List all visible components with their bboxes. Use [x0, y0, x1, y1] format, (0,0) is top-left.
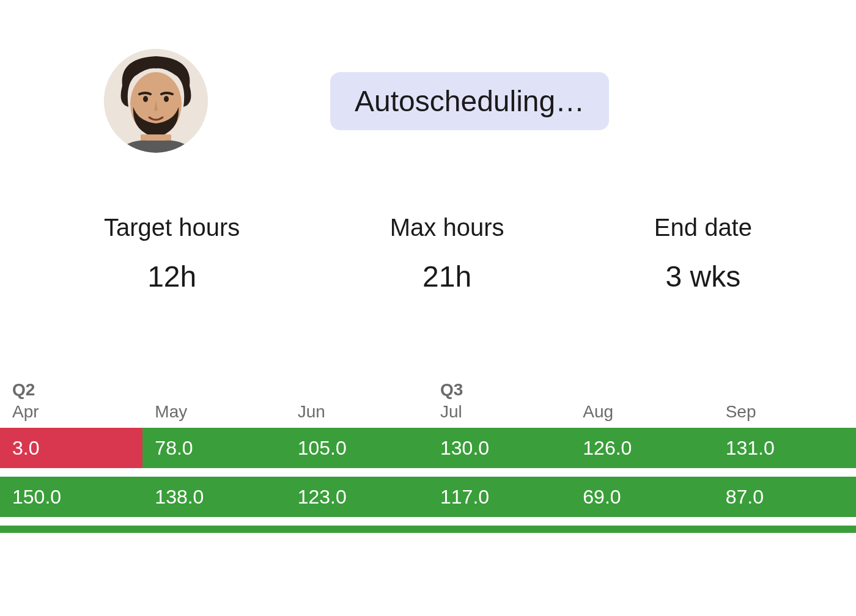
month-col: Q2 Apr: [0, 379, 142, 428]
quarter-label: Q2: [0, 379, 142, 400]
month-col: Q3 Jul: [428, 379, 570, 428]
svg-point-4: [164, 96, 169, 102]
data-cell[interactable]: 78.0: [142, 428, 285, 468]
month-label: Sep: [714, 400, 856, 428]
stat-value: 21h: [422, 260, 471, 293]
data-cell[interactable]: 123.0: [286, 477, 428, 517]
stat-label: End date: [654, 214, 752, 241]
month-label: Jul: [428, 400, 570, 428]
stat-value: 12h: [147, 260, 196, 293]
data-cell[interactable]: 131.0: [714, 428, 856, 468]
stat-target-hours: Target hours 12h: [104, 214, 240, 293]
quarter-label: [714, 379, 856, 400]
data-cell[interactable]: 126.0: [570, 428, 713, 468]
header-row: Autoscheduling…: [0, 0, 856, 153]
month-col: May: [142, 379, 285, 428]
month-col: Sep: [714, 379, 856, 428]
month-col: Jun: [286, 379, 428, 428]
month-label: Apr: [0, 400, 142, 428]
stats-row: Target hours 12h Max hours 21h End date …: [0, 153, 856, 293]
data-cell[interactable]: 3.0: [0, 428, 142, 468]
quarter-label: [570, 379, 713, 400]
data-cell[interactable]: 138.0: [142, 477, 285, 517]
quarter-label: [286, 379, 428, 400]
quarter-label: [142, 379, 285, 400]
month-label: May: [142, 400, 285, 428]
stat-label: Target hours: [104, 214, 240, 241]
quarter-label: Q3: [428, 379, 570, 400]
month-label: Jun: [286, 400, 428, 428]
data-row[interactable]: 3.0 78.0 105.0 130.0 126.0 131.0: [0, 428, 856, 468]
stat-label: Max hours: [390, 214, 504, 241]
svg-point-3: [143, 96, 148, 102]
data-cell[interactable]: 130.0: [428, 428, 570, 468]
data-cell[interactable]: 87.0: [714, 477, 856, 517]
stat-max-hours: Max hours 21h: [390, 214, 504, 293]
data-cell[interactable]: 69.0: [570, 477, 713, 517]
timeline-header: Q2 Apr May Jun Q3 Jul Aug Sep: [0, 379, 856, 428]
timeline: Q2 Apr May Jun Q3 Jul Aug Sep 3.0 78.0 1…: [0, 379, 856, 533]
avatar[interactable]: [104, 49, 208, 153]
data-cell[interactable]: 150.0: [0, 477, 142, 517]
month-label: Aug: [570, 400, 713, 428]
data-row-partial[interactable]: [0, 526, 856, 533]
data-row[interactable]: 150.0 138.0 123.0 117.0 69.0 87.0: [0, 477, 856, 517]
avatar-image: [104, 49, 208, 153]
month-col: Aug: [570, 379, 713, 428]
data-cell[interactable]: 105.0: [286, 428, 428, 468]
stat-value: 3 wks: [666, 260, 741, 293]
stat-end-date: End date 3 wks: [654, 214, 752, 293]
autoscheduling-status: Autoscheduling…: [330, 72, 609, 130]
data-cell[interactable]: 117.0: [428, 477, 570, 517]
